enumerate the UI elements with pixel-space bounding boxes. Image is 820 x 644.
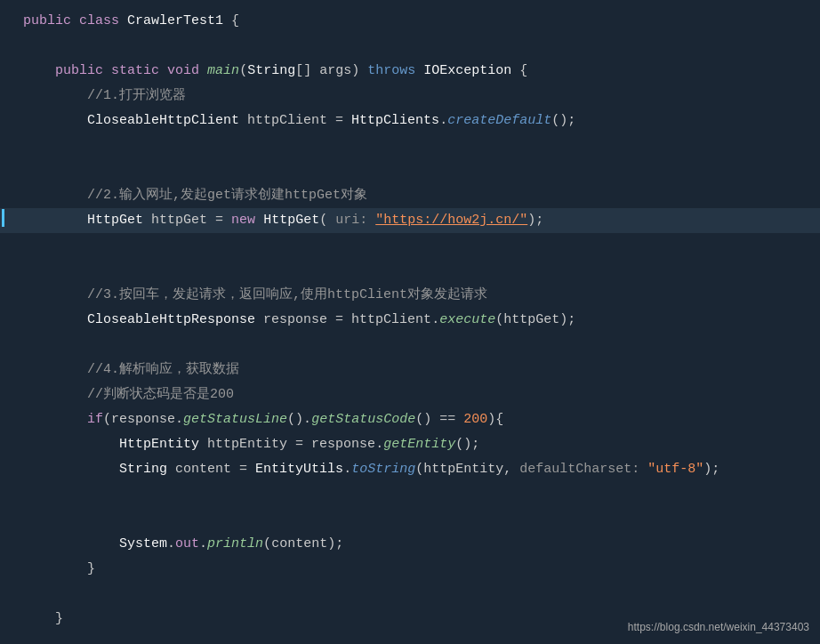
code-line-26	[0, 632, 820, 644]
line-content-4: //1.打开浏览器	[5, 85, 820, 108]
line-content-1: public class CrawlerTest1 {	[5, 10, 820, 33]
line-content-15: //4.解析响应，获取数据	[5, 358, 820, 382]
code-line-11	[0, 258, 820, 283]
line-content-6	[5, 134, 820, 157]
code-line-20	[0, 482, 820, 507]
line-content-18: HttpEntity httpEntity = response.getEnti…	[5, 433, 820, 456]
line-content-17: if(response.getStatusLine().getStatusCod…	[5, 408, 820, 431]
code-line-17: if(response.getStatusLine().getStatusCod…	[0, 407, 820, 432]
line-content-7	[5, 159, 820, 182]
code-line-15: //4.解析响应，获取数据	[0, 358, 820, 382]
code-line-8: //2.输入网址,发起get请求创建httpGet对象	[0, 183, 820, 208]
code-line-19: String content = EntityUtils.toString(ht…	[0, 457, 820, 482]
line-content-12: //3.按回车，发起请求，返回响应,使用httpClient对象发起请求	[5, 284, 820, 307]
line-content-16: //判断状态码是否是200	[5, 383, 820, 407]
line-content-21	[5, 508, 820, 531]
watermark: https://blog.csdn.net/weixin_44373403	[628, 621, 809, 633]
line-content-14	[5, 334, 820, 357]
code-line-16: //判断状态码是否是200	[0, 382, 820, 407]
line-content-10	[5, 234, 820, 257]
line-content-9: HttpGet httpGet = new HttpGet( uri: "htt…	[5, 209, 820, 232]
line-content-23: }	[5, 558, 820, 581]
code-line-12: //3.按回车，发起请求，返回响应,使用httpClient对象发起请求	[0, 283, 820, 308]
code-line-5: CloseableHttpClient httpClient = HttpCli…	[0, 109, 820, 133]
code-line-24	[0, 582, 820, 607]
line-content-24	[5, 583, 820, 606]
line-content-20	[5, 483, 820, 506]
code-line-22: System.out.println(content);	[0, 532, 820, 557]
code-line-1: public class CrawlerTest1 {	[0, 9, 820, 34]
active-line-marker	[2, 209, 4, 227]
code-line-21	[0, 507, 820, 532]
line-content-3: public static void main(String[] args) t…	[5, 60, 820, 83]
line-content-5: CloseableHttpClient httpClient = HttpCli…	[5, 109, 820, 133]
line-content-8: //2.输入网址,发起get请求创建httpGet对象	[5, 184, 820, 207]
code-line-9: HttpGet httpGet = new HttpGet( uri: "htt…	[0, 208, 820, 233]
code-line-14	[0, 333, 820, 358]
code-line-6	[0, 133, 820, 158]
code-line-7	[0, 158, 820, 183]
line-content-22: System.out.println(content);	[5, 533, 820, 556]
line-content-13: CloseableHttpResponse response = httpCli…	[5, 309, 820, 332]
code-editor: public class CrawlerTest1 { public stati…	[0, 0, 820, 644]
code-line-18: HttpEntity httpEntity = response.getEnti…	[0, 432, 820, 457]
code-line-2	[0, 34, 820, 59]
line-content-2	[5, 35, 820, 58]
code-line-10	[0, 233, 820, 258]
line-content-11	[5, 259, 820, 282]
code-line-4: //1.打开浏览器	[0, 84, 820, 109]
line-content-19: String content = EntityUtils.toString(ht…	[5, 458, 820, 481]
code-line-23: }	[0, 557, 820, 582]
line-content-26	[5, 632, 820, 644]
code-line-13: CloseableHttpResponse response = httpCli…	[0, 308, 820, 333]
code-line-3: public static void main(String[] args) t…	[0, 59, 820, 84]
